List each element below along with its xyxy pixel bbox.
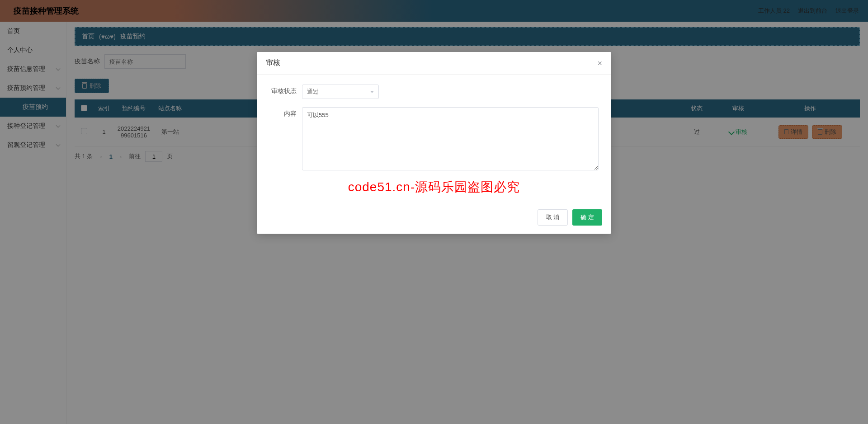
close-icon[interactable]: × xyxy=(597,59,602,67)
content-textarea[interactable] xyxy=(302,107,599,170)
status-select-value: 通过 xyxy=(307,88,319,96)
modal-title: 审核 xyxy=(266,58,280,68)
modal-header: 审核 × xyxy=(257,52,611,75)
modal-body: 审核状态 通过 内容 code51.cn-源码乐园盗图必究 xyxy=(257,75,611,205)
modal-footer: 取 消 确 定 xyxy=(257,205,611,234)
audit-modal: 审核 × 审核状态 通过 内容 code51.cn-源码乐园盗图必究 取 消 确… xyxy=(257,52,611,234)
status-label: 审核状态 xyxy=(269,85,302,95)
confirm-button[interactable]: 确 定 xyxy=(572,209,602,226)
chevron-down-icon xyxy=(370,91,374,93)
status-select[interactable]: 通过 xyxy=(302,85,379,99)
modal-overlay[interactable]: 审核 × 审核状态 通过 内容 code51.cn-源码乐园盗图必究 取 消 确… xyxy=(0,0,868,424)
content-label: 内容 xyxy=(269,107,302,118)
cancel-button[interactable]: 取 消 xyxy=(538,209,568,226)
watermark-text: code51.cn-源码乐园盗图必究 xyxy=(269,179,599,196)
